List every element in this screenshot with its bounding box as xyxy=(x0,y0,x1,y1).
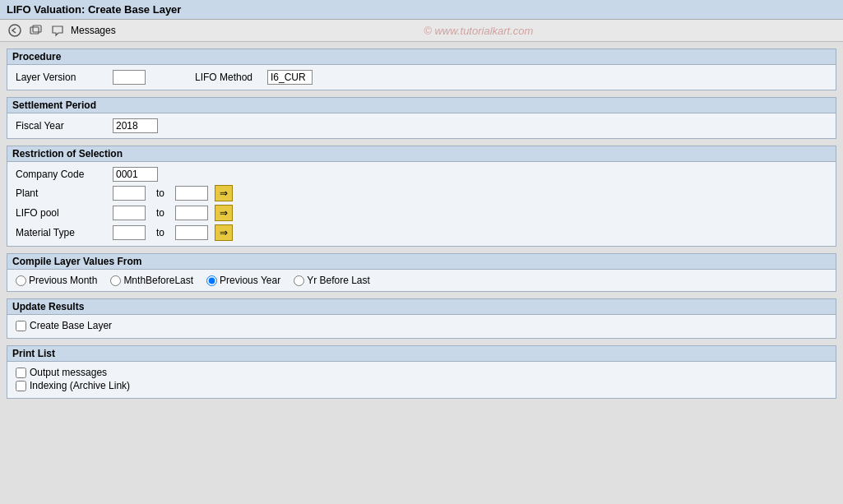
output-messages-label: Output messages xyxy=(30,367,107,378)
main-content: Procedure Layer Version LIFO Method I6_C… xyxy=(0,42,843,405)
radio-yr-before-last[interactable]: Yr Before Last xyxy=(294,275,370,286)
procedure-header: Procedure xyxy=(7,49,836,65)
fiscal-year-input[interactable] xyxy=(113,118,158,133)
section-update-results: Update Results Create Base Layer xyxy=(7,298,836,339)
indexing-checkbox[interactable] xyxy=(16,381,26,391)
output-messages-checkbox[interactable] xyxy=(16,368,26,378)
material-type-to-input[interactable] xyxy=(175,225,208,240)
lifo-method-value: I6_CUR xyxy=(267,70,313,85)
restriction-header: Restriction of Selection xyxy=(7,146,836,162)
create-base-layer-checkbox-row[interactable]: Create Base Layer xyxy=(16,320,827,331)
indexing-checkbox-row[interactable]: Indexing (Archive Link) xyxy=(16,380,827,391)
radio-previous-month-input[interactable] xyxy=(16,275,26,286)
plant-from-input[interactable] xyxy=(113,186,146,201)
plant-arrow-button[interactable]: ⇒ xyxy=(215,185,233,201)
indexing-label: Indexing (Archive Link) xyxy=(30,380,130,391)
title-bar: LIFO Valuation: Create Base Layer xyxy=(0,0,843,20)
plant-to-input[interactable] xyxy=(175,186,208,201)
material-type-from-input[interactable] xyxy=(113,225,146,240)
radio-mnth-before-last[interactable]: MnthBeforeLast xyxy=(110,275,193,286)
radio-previous-year[interactable]: Previous Year xyxy=(206,275,280,286)
radio-yr-before-last-input[interactable] xyxy=(294,275,304,286)
section-restriction: Restriction of Selection Company Code Pl… xyxy=(7,146,836,247)
page-title: LIFO Valuation: Create Base Layer xyxy=(7,3,181,16)
lifo-pool-label: LIFO pool xyxy=(16,207,106,219)
company-code-label: Company Code xyxy=(16,169,106,180)
fiscal-year-label: Fiscal Year xyxy=(16,120,106,132)
back-icon[interactable] xyxy=(7,22,23,39)
update-results-header: Update Results xyxy=(7,299,836,315)
section-settlement-period: Settlement Period Fiscal Year xyxy=(7,97,836,139)
lifo-pool-to-label: to xyxy=(152,207,169,219)
radio-yr-before-last-label: Yr Before Last xyxy=(307,275,370,286)
messages-icon[interactable] xyxy=(49,22,66,39)
lifo-pool-from-input[interactable] xyxy=(113,206,146,220)
radio-previous-year-input[interactable] xyxy=(206,275,217,286)
material-type-to-label: to xyxy=(152,227,169,238)
plant-label: Plant xyxy=(16,187,106,199)
output-messages-checkbox-row[interactable]: Output messages xyxy=(16,367,827,378)
layer-version-input[interactable] xyxy=(113,70,146,85)
material-type-label: Material Type xyxy=(16,227,106,238)
messages-label[interactable]: Messages xyxy=(71,25,116,36)
watermark: © www.tutorialkart.com xyxy=(121,25,836,37)
company-code-input[interactable] xyxy=(113,167,158,182)
create-base-layer-label: Create Base Layer xyxy=(30,320,112,331)
print-list-header: Print List xyxy=(7,346,836,362)
section-compile: Compile Layer Values From Previous Month… xyxy=(7,253,836,292)
layer-version-label: Layer Version xyxy=(16,72,106,83)
svg-rect-2 xyxy=(33,25,41,32)
lifo-pool-to-input[interactable] xyxy=(175,206,208,220)
svg-rect-1 xyxy=(30,27,39,34)
radio-previous-month-label: Previous Month xyxy=(29,275,97,286)
compile-radio-group: Previous Month MnthBeforeLast Previous Y… xyxy=(16,275,827,286)
section-procedure: Procedure Layer Version LIFO Method I6_C… xyxy=(7,49,836,90)
svg-point-0 xyxy=(9,25,21,36)
material-type-arrow-button[interactable]: ⇒ xyxy=(215,224,233,241)
section-print-list: Print List Output messages Indexing (Arc… xyxy=(7,345,836,399)
radio-mnth-before-last-input[interactable] xyxy=(110,275,121,286)
create-base-layer-checkbox[interactable] xyxy=(16,321,26,331)
plant-to-label: to xyxy=(152,187,169,199)
lifo-pool-arrow-button[interactable]: ⇒ xyxy=(215,205,233,221)
radio-previous-month[interactable]: Previous Month xyxy=(16,275,97,286)
lifo-method-label: LIFO Method xyxy=(195,72,261,83)
toolbar: Messages © www.tutorialkart.com xyxy=(0,20,843,42)
forward-icon[interactable] xyxy=(28,22,44,39)
radio-mnth-before-last-label: MnthBeforeLast xyxy=(123,275,193,286)
settlement-period-header: Settlement Period xyxy=(7,98,836,113)
compile-header: Compile Layer Values From xyxy=(7,254,836,270)
radio-previous-year-label: Previous Year xyxy=(220,275,280,286)
